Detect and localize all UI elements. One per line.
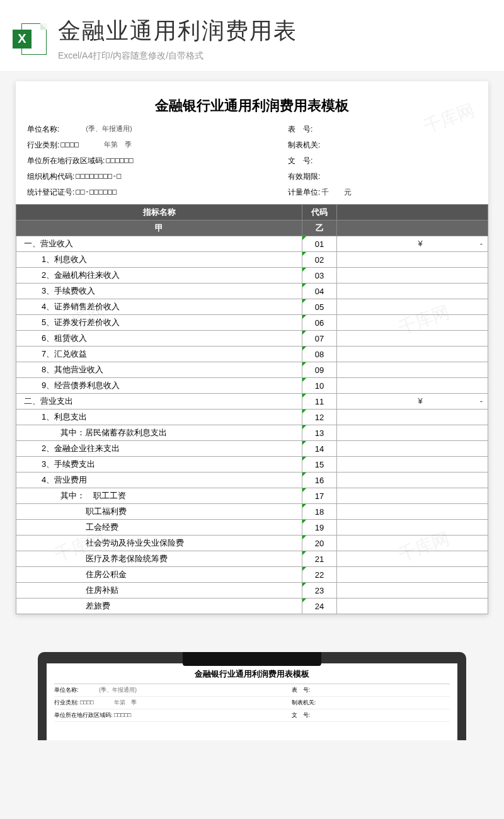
indicator-name: 6、租赁收入 [16, 331, 302, 346]
indicator-code: 04 [302, 284, 337, 299]
clipboard-preview: 金融银行业通用利润费用表模板 单位名称: (季、年报通用)表 号:行业类别: □… [38, 652, 466, 740]
indicator-name: 住房公积金 [16, 567, 302, 583]
indicator-value [337, 520, 488, 536]
indicator-value [337, 268, 488, 284]
meta-value: 千 元 [321, 188, 352, 197]
indicator-value [337, 567, 488, 583]
meta-value: □□-□□□□□□ [76, 187, 117, 198]
indicator-code: 11 [302, 394, 337, 410]
indicator-code: 14 [302, 441, 337, 457]
indicator-name: 3、手续费支出 [16, 457, 302, 472]
table-row: 3、手续费支出15 [16, 457, 488, 472]
table-row: 工会经费19 [16, 520, 488, 536]
indicator-value [337, 284, 488, 299]
indicator-code: 22 [302, 567, 337, 583]
indicator-value [337, 425, 488, 441]
indicator-value [337, 598, 488, 614]
indicator-code: 01 [302, 236, 337, 252]
meta-note: 年第 季 [104, 140, 132, 151]
indicator-name: 4、营业费用 [16, 472, 302, 488]
indicator-name: 1、利息支出 [16, 410, 302, 425]
indicator-code: 18 [302, 504, 337, 520]
meta-row: 单位所在地行政区域码:□□□□□□文 号: [27, 153, 477, 169]
table-row: 3、手续费收入04 [16, 284, 488, 299]
meta-label: 单位名称: [27, 124, 59, 135]
indicator-code: 03 [302, 268, 337, 284]
indicator-value [337, 410, 488, 425]
indicator-name: 8、其他营业收入 [16, 362, 302, 378]
meta-note: (季、年报通用) [86, 124, 132, 135]
indicator-name: 二、营业支出 [16, 394, 302, 410]
indicator-value [337, 472, 488, 488]
indicator-value [337, 536, 488, 551]
table-row: 住房公积金22 [16, 567, 488, 583]
meta-label: 统计登记证号: [27, 187, 74, 198]
table-row: 一、营业收入01¥ - [16, 236, 488, 252]
indicator-value [337, 315, 488, 331]
indicator-code: 24 [302, 598, 337, 614]
indicator-value [337, 362, 488, 378]
col-code-header: 代码 [302, 205, 337, 220]
indicator-code: 15 [302, 457, 337, 472]
preview-meta-row: 行业类别: □□□□ 年第 季制表机关: [54, 697, 450, 709]
table-row: 5、证券发行差价收入06 [16, 315, 488, 331]
indicator-name: 4、证券销售差价收入 [16, 299, 302, 315]
indicator-code: 09 [302, 362, 337, 378]
preview-meta-row: 单位所在地行政区域码: □□□□□ 文 号: [54, 709, 450, 722]
indicator-value [337, 583, 488, 598]
table-row: 1、利息收入02 [16, 252, 488, 268]
meta-label: 文 号: [288, 156, 312, 165]
table-row: 职工福利费18 [16, 504, 488, 520]
indicator-value: ¥ - [337, 236, 488, 252]
meta-label: 有效期限: [288, 172, 320, 181]
indicator-name: 一、营业收入 [16, 236, 302, 252]
meta-label: 计量单位: [288, 188, 320, 197]
indicator-value [337, 551, 488, 567]
table-row: 8、其他营业收入09 [16, 362, 488, 378]
indicator-value [337, 346, 488, 362]
indicator-name: 住房补贴 [16, 583, 302, 598]
excel-x-badge: X [13, 30, 32, 49]
indicator-code: 17 [302, 488, 337, 504]
indicator-value [337, 299, 488, 315]
app-header: X 金融业通用利润费用表 Excel/A4打印/内容随意修改/自带格式 [0, 0, 504, 72]
indicator-value: ¥ - [337, 394, 488, 410]
table-row: 6、租赁收入07 [16, 331, 488, 346]
clipboard-clip [183, 652, 321, 666]
document-title: 金融银行业通用利润费用表模板 [16, 93, 488, 122]
table-row: 其中：居民储蓄存款利息支出13 [16, 425, 488, 441]
meta-label: 表 号: [288, 125, 312, 134]
indicator-name: 7、汇兑收益 [16, 346, 302, 362]
indicator-code: 21 [302, 551, 337, 567]
indicator-code: 20 [302, 536, 337, 551]
indicator-name: 其中： 职工工资 [16, 488, 302, 504]
table-row: 4、营业费用16 [16, 472, 488, 488]
profit-table: 指标名称 代码 甲 乙 一、营业收入01¥ -1、利息收入022、金融机构往来收… [16, 204, 488, 614]
col-name-header: 指标名称 [16, 205, 302, 220]
indicator-code: 02 [302, 252, 337, 268]
meta-label: 组织机构代码: [27, 171, 74, 182]
table-row: 2、金融企业往来支出14 [16, 441, 488, 457]
table-row: 1、利息支出12 [16, 410, 488, 425]
page-title: 金融业通用利润费用表 [58, 16, 297, 47]
col-value-header [337, 205, 488, 220]
table-row: 2、金融机构往来收入03 [16, 268, 488, 284]
table-row: 住房补贴23 [16, 583, 488, 598]
indicator-code: 19 [302, 520, 337, 536]
indicator-name: 2、金融企业往来支出 [16, 441, 302, 457]
meta-value: □□□□□□□□-□ [76, 171, 121, 182]
indicator-name: 工会经费 [16, 520, 302, 536]
indicator-name: 1、利息收入 [16, 252, 302, 268]
indicator-value [337, 488, 488, 504]
meta-label: 制表机关: [288, 140, 320, 149]
meta-label: 行业类别: [27, 140, 59, 151]
col-value-sub [337, 220, 488, 236]
indicator-value [337, 441, 488, 457]
indicator-name: 医疗及养老保险统筹费 [16, 551, 302, 567]
table-row: 其中： 职工工资17 [16, 488, 488, 504]
indicator-name: 3、手续费收入 [16, 284, 302, 299]
indicator-code: 07 [302, 331, 337, 346]
preview-meta-row: 单位名称: (季、年报通用)表 号: [54, 684, 450, 697]
indicator-code: 16 [302, 472, 337, 488]
indicator-code: 08 [302, 346, 337, 362]
